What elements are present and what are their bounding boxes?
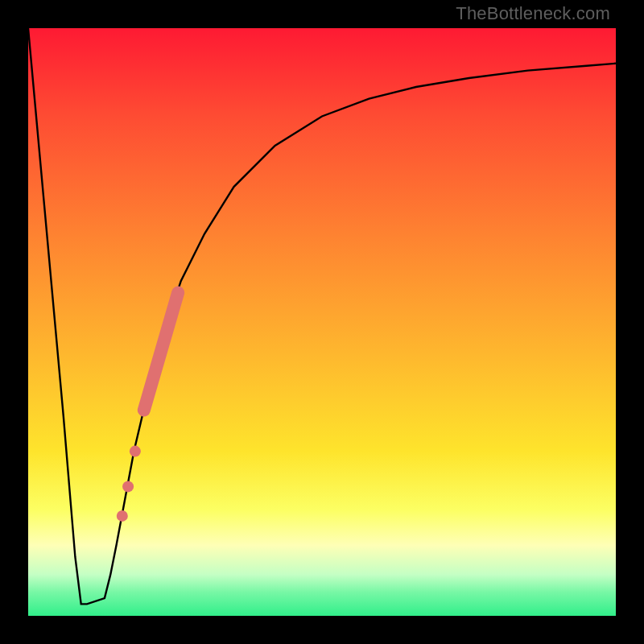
bottleneck-curve-path: [28, 28, 616, 604]
marker-segment: [144, 293, 178, 411]
plot-area: [28, 28, 616, 616]
marker-dot: [122, 481, 134, 492]
marker-dot: [130, 446, 141, 457]
watermark-text: TheBottleneck.com: [456, 3, 610, 24]
chart-frame: TheBottleneck.com: [0, 0, 644, 644]
marker-dot: [117, 510, 128, 522]
curve-layer: [28, 28, 616, 616]
marker-group: [117, 293, 178, 522]
